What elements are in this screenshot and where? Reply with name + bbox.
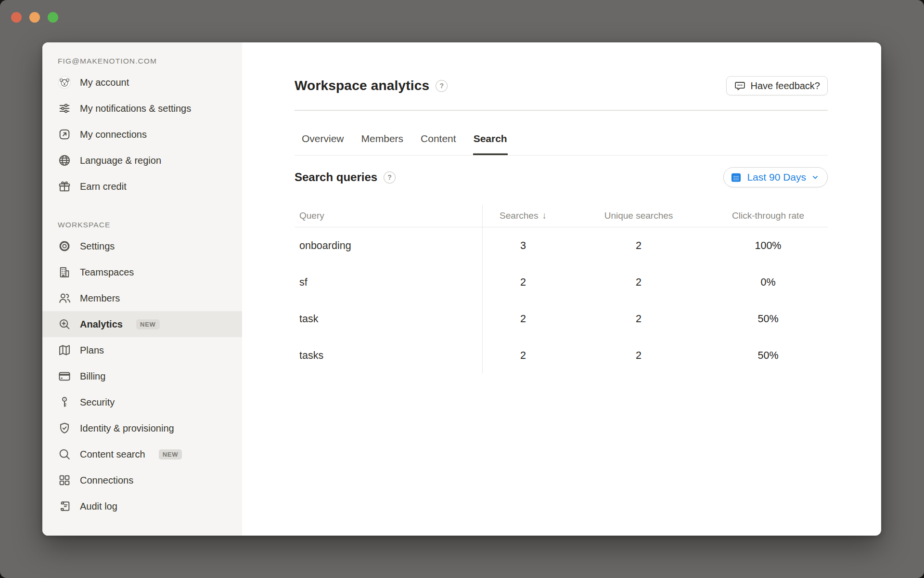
sidebar-item-my-connections[interactable]: My connections — [42, 121, 242, 147]
cell-query: task — [295, 313, 477, 325]
cell-searches: 2 — [477, 350, 569, 362]
sidebar-item-label: Earn credit — [80, 180, 127, 193]
table-row: onboarding32100% — [295, 227, 828, 264]
cell-click-through-rate: 0% — [708, 276, 828, 289]
sidebar-item-language-region[interactable]: Language & region — [42, 147, 242, 173]
analytics-tab-bar: OverviewMembersContentSearch — [295, 125, 828, 156]
settings-sidebar: FIG@MAKENOTION.COM My accountMy notifica… — [42, 42, 242, 536]
section-title: Search queries — [295, 171, 377, 184]
account-email: FIG@MAKENOTION.COM — [58, 57, 227, 66]
column-header-unique-searches[interactable]: Unique searches — [569, 210, 708, 221]
column-label: Click-through rate — [732, 210, 804, 221]
column-label: Query — [299, 210, 324, 221]
grid-icon — [58, 473, 71, 487]
sidebar-item-security[interactable]: Security — [42, 389, 242, 415]
column-label: Unique searches — [604, 210, 673, 221]
table-row: task2250% — [295, 301, 828, 337]
table-row: sf220% — [295, 264, 828, 301]
sidebar-item-label: Audit log — [80, 499, 117, 513]
sidebar-item-label: Identity & provisioning — [80, 421, 174, 435]
column-header-click-through-rate[interactable]: Click-through rate — [708, 210, 828, 221]
cell-unique-searches: 2 — [569, 313, 708, 325]
map-icon — [58, 343, 71, 357]
sidebar-item-settings[interactable]: Settings — [42, 233, 242, 259]
cell-searches: 2 — [477, 313, 569, 325]
search-queries-table: QuerySearches↓Unique searchesClick-throu… — [295, 205, 828, 374]
help-icon[interactable]: ? — [436, 80, 448, 92]
tab-content[interactable]: Content — [420, 125, 457, 155]
cell-click-through-rate: 50% — [708, 313, 828, 325]
sidebar-item-label: Members — [80, 291, 120, 305]
sidebar-item-billing[interactable]: Billing — [42, 363, 242, 389]
column-divider — [482, 205, 483, 374]
gift-icon — [58, 180, 71, 193]
notion-settings-window: FIG@MAKENOTION.COM My accountMy notifica… — [42, 42, 881, 536]
sidebar-item-earn-credit[interactable]: Earn credit — [42, 173, 242, 199]
cell-unique-searches: 2 — [569, 240, 708, 252]
sidebar-item-label: Content search — [80, 447, 145, 461]
sidebar-item-label: My account — [80, 76, 129, 89]
sidebar-item-label: Security — [80, 395, 115, 409]
chat-bubble-icon — [734, 80, 746, 92]
sidebar-item-members[interactable]: Members — [42, 285, 242, 311]
sidebar-item-my-account[interactable]: My account — [42, 69, 242, 95]
sidebar-item-label: Language & region — [80, 154, 161, 167]
date-range-label: Last 90 Days — [747, 171, 806, 183]
sidebar-item-teamspaces[interactable]: Teamspaces — [42, 259, 242, 285]
tab-overview[interactable]: Overview — [301, 125, 345, 155]
sidebar-item-audit-log[interactable]: Audit log — [42, 493, 242, 519]
avatar-koala — [58, 76, 71, 89]
tab-members[interactable]: Members — [361, 125, 404, 155]
cell-click-through-rate: 50% — [708, 350, 828, 362]
column-header-searches[interactable]: Searches↓ — [477, 210, 569, 221]
column-label: Searches — [500, 210, 538, 221]
sidebar-item-my-notifications-settings[interactable]: My notifications & settings — [42, 95, 242, 121]
minimize-window-button[interactable] — [29, 12, 40, 23]
window-controls — [11, 12, 58, 23]
sidebar-item-label: My notifications & settings — [80, 102, 191, 115]
section-header: Search queries ? Last 90 Days — [295, 166, 828, 188]
sidebar-item-plans[interactable]: Plans — [42, 337, 242, 363]
credit-card-icon — [58, 369, 71, 383]
column-header-query[interactable]: Query — [295, 210, 477, 221]
date-range-filter-button[interactable]: Last 90 Days — [723, 167, 828, 187]
sidebar-item-analytics[interactable]: AnalyticsNEW — [42, 311, 242, 337]
sidebar-item-connections[interactable]: Connections — [42, 467, 242, 493]
table-body: onboarding32100%sf220%task2250%tasks2250… — [295, 227, 828, 374]
globe-icon — [58, 154, 71, 167]
sidebar-item-label: My connections — [80, 128, 147, 141]
magnifier-plus-icon — [58, 317, 71, 331]
sidebar-account-section: My accountMy notifications & settingsMy … — [42, 69, 242, 199]
header-divider — [295, 110, 828, 111]
search-icon — [58, 447, 71, 461]
sidebar-item-identity-provisioning[interactable]: Identity & provisioning — [42, 415, 242, 441]
table-header-row: QuerySearches↓Unique searchesClick-throu… — [295, 205, 828, 227]
sort-descending-icon: ↓ — [542, 210, 547, 221]
gear-icon — [58, 239, 71, 253]
people-icon — [58, 291, 71, 305]
sidebar-item-label: Plans — [80, 343, 104, 357]
arrow-up-right-icon — [58, 128, 71, 141]
building-icon — [58, 265, 71, 279]
sliders-icon — [58, 102, 71, 115]
sidebar-item-content-search[interactable]: Content searchNEW — [42, 441, 242, 467]
page-title: Workspace analytics — [295, 78, 429, 93]
tab-search[interactable]: Search — [473, 125, 508, 155]
calendar-icon — [730, 171, 742, 184]
sidebar-item-label: Settings — [80, 239, 115, 253]
table-row: tasks2250% — [295, 337, 828, 374]
scroll-icon — [58, 499, 71, 513]
help-icon[interactable]: ? — [384, 171, 396, 184]
cell-query: onboarding — [295, 240, 477, 252]
sidebar-item-label: Connections — [80, 473, 133, 487]
shield-check-icon — [58, 421, 71, 435]
cell-searches: 3 — [477, 240, 569, 252]
cell-query: sf — [295, 276, 477, 289]
cell-searches: 2 — [477, 276, 569, 289]
have-feedback-button[interactable]: Have feedback? — [726, 76, 828, 95]
sidebar-item-label: Billing — [80, 369, 105, 383]
zoom-window-button[interactable] — [48, 12, 58, 23]
have-feedback-label: Have feedback? — [750, 80, 820, 92]
close-window-button[interactable] — [11, 12, 22, 23]
analytics-content: Workspace analytics ? Have feedback? Ove… — [242, 42, 881, 536]
